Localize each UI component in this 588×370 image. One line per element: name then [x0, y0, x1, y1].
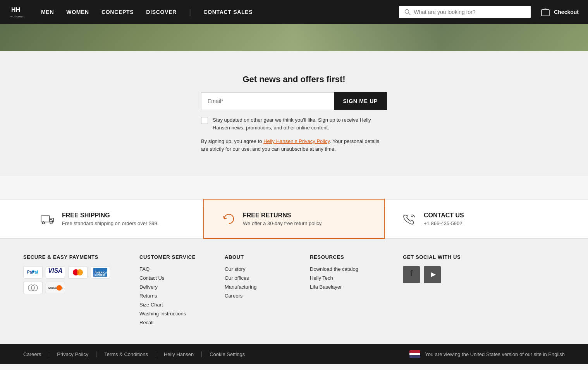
info-contact: CONTACT US +1 866-435-5902: [385, 200, 565, 238]
svg-text:Pal: Pal: [32, 270, 38, 274]
contact-icon: [401, 210, 418, 227]
info-shipping-desc: Free standard shipping on orders over $9…: [62, 220, 158, 226]
svg-text:AMERICAN: AMERICAN: [95, 271, 107, 274]
footer-link-returns[interactable]: Returns: [139, 293, 217, 299]
footer-col-payments: SECURE & EASY PAYMENTS Pay Pal VISA: [23, 254, 132, 329]
bottom-link-terms[interactable]: Terms & Conditions: [96, 351, 156, 357]
footer-social-title: GET SOCIAL WITH US: [403, 254, 488, 260]
info-shipping-title: FREE SHIPPING: [62, 212, 158, 219]
svg-rect-5: [542, 10, 549, 16]
footer-link-helly-tech[interactable]: Helly Tech: [310, 275, 395, 281]
youtube-icon[interactable]: [424, 266, 441, 283]
visa-label: VISA: [48, 267, 62, 274]
cart-button[interactable]: Checkout: [540, 7, 579, 17]
footer-link-recall[interactable]: Recall: [139, 320, 217, 325]
cart-label: Checkout: [554, 9, 579, 15]
bottom-link-privacy[interactable]: Privacy Policy: [49, 351, 96, 357]
bottom-link-cookies[interactable]: Cookie Settings: [202, 351, 253, 357]
nav-item-men[interactable]: MEN: [41, 9, 54, 15]
footer-link-catalog[interactable]: Download the catalog: [310, 266, 395, 272]
svg-text:EXPRESS: EXPRESS: [95, 274, 105, 276]
footer-about-title: ABOUT: [225, 254, 302, 260]
svg-text:HH: HH: [11, 7, 20, 13]
flag-mid: [409, 353, 420, 356]
bottom-bar-right: You are viewing the United States versio…: [409, 350, 565, 358]
logo[interactable]: HH workwear: [9, 3, 29, 21]
privacy-policy-link[interactable]: Helly Hansen s Privacy Policy: [263, 138, 330, 144]
payment-discover-icon: DISCOVER: [46, 282, 65, 294]
footer-col-social: GET SOCIAL WITH US f: [403, 254, 488, 329]
footer-link-careers-about[interactable]: Careers: [225, 293, 302, 299]
hero-strip: [0, 24, 588, 51]
youtube-svg: [428, 271, 437, 278]
info-strip: FREE SHIPPING Free standard shipping on …: [0, 199, 588, 239]
nav-item-concepts[interactable]: CONCEPTS: [101, 9, 134, 15]
info-contact-title: CONTACT US: [424, 212, 464, 219]
flag-bot: [409, 355, 420, 358]
footer-col-about: ABOUT Our story Our offices Manufacturin…: [225, 254, 302, 329]
svg-rect-6: [41, 216, 50, 222]
social-icons: f: [403, 266, 488, 283]
info-contact-text: CONTACT US +1 866-435-5902: [424, 212, 464, 226]
bottom-bar-links: Careers Privacy Policy Terms & Condition…: [23, 351, 253, 357]
privacy-text-before: By signing up, you agree to: [201, 138, 263, 144]
navbar: HH workwear MEN WOMEN CONCEPTS DISCOVER …: [0, 0, 588, 24]
footer-link-lifa[interactable]: Lifa Baselayer: [310, 284, 395, 290]
footer-payments-title: SECURE & EASY PAYMENTS: [23, 254, 132, 260]
facebook-icon[interactable]: f: [403, 266, 420, 283]
footer-link-manufacturing[interactable]: Manufacturing: [225, 284, 302, 290]
locale-text: You are viewing the United States versio…: [425, 351, 565, 357]
info-returns: FREE RETURNS We offer a 30-day free retu…: [203, 199, 385, 239]
footer-link-contact-us[interactable]: Contact Us: [139, 275, 217, 281]
footer-link-washing[interactable]: Washing Instructions: [139, 311, 217, 317]
footer-link-delivery[interactable]: Delivery: [139, 284, 217, 290]
info-returns-text: FREE RETURNS We offer a 30-day free retu…: [243, 212, 323, 226]
search-input[interactable]: [414, 9, 525, 15]
flag-top: [409, 350, 420, 353]
bottom-link-hh[interactable]: Helly Hansen: [156, 351, 202, 357]
footer-link-faq[interactable]: FAQ: [139, 266, 217, 272]
shipping-icon: [39, 210, 56, 227]
newsletter-checkbox[interactable]: [201, 117, 208, 124]
newsletter-submit-button[interactable]: SIGN ME UP: [334, 92, 387, 110]
search-icon: [404, 9, 411, 15]
payment-paypal-icon: Pay Pal: [23, 266, 43, 279]
footer: SECURE & EASY PAYMENTS Pay Pal VISA: [0, 239, 588, 344]
newsletter-title: Get news and offers first!: [242, 74, 345, 84]
newsletter-email-input[interactable]: [201, 92, 334, 110]
newsletter-checkbox-row: Stay updated on other gear we think you'…: [201, 116, 387, 131]
info-shipping-text: FREE SHIPPING Free standard shipping on …: [62, 212, 158, 226]
newsletter-checkbox-label: Stay updated on other gear we think you'…: [213, 116, 387, 131]
svg-point-20: [57, 285, 62, 291]
info-shipping: FREE SHIPPING Free standard shipping on …: [23, 200, 203, 238]
newsletter-form: SIGN ME UP: [201, 92, 387, 110]
footer-link-our-offices[interactable]: Our offices: [225, 275, 302, 281]
search-bar: [399, 6, 531, 18]
returns-icon: [220, 210, 237, 227]
cart-icon: [540, 7, 551, 17]
newsletter-privacy: By signing up, you agree to Helly Hansen…: [201, 138, 387, 153]
newsletter-section: Get news and offers first! SIGN ME UP St…: [0, 51, 588, 176]
svg-text:workwear: workwear: [10, 15, 24, 18]
info-returns-desc: We offer a 30-day free return policy.: [243, 220, 323, 226]
bottom-bar: Careers Privacy Policy Terms & Condition…: [0, 344, 588, 364]
payment-visa-icon: VISA: [46, 266, 65, 279]
nav-item-discover[interactable]: DISCOVER: [146, 9, 177, 15]
nav-contact-sales[interactable]: CONTACT SALES: [203, 9, 253, 15]
svg-line-4: [409, 13, 411, 15]
info-returns-title: FREE RETURNS: [243, 212, 323, 219]
nav-item-women[interactable]: WOMEN: [66, 9, 89, 15]
footer-col-customer-service: CUSTOMER SERVICE FAQ Contact Us Delivery…: [139, 254, 217, 329]
footer-link-size-chart[interactable]: Size Chart: [139, 302, 217, 308]
footer-link-our-story[interactable]: Our story: [225, 266, 302, 272]
svg-marker-21: [431, 272, 436, 277]
nav-divider: |: [189, 8, 191, 17]
payment-amex-icon: AMERICAN EXPRESS: [91, 266, 110, 279]
bottom-link-careers[interactable]: Careers: [23, 351, 49, 357]
info-contact-desc: +1 866-435-5902: [424, 220, 464, 226]
footer-customer-service-title: CUSTOMER SERVICE: [139, 254, 217, 260]
footer-resources-title: RESOURCES: [310, 254, 395, 260]
nav-menu: MEN WOMEN CONCEPTS DISCOVER | CONTACT SA…: [41, 8, 387, 17]
payment-icons: Pay Pal VISA AME: [23, 266, 132, 294]
payment-mastercard-icon: [68, 266, 88, 279]
